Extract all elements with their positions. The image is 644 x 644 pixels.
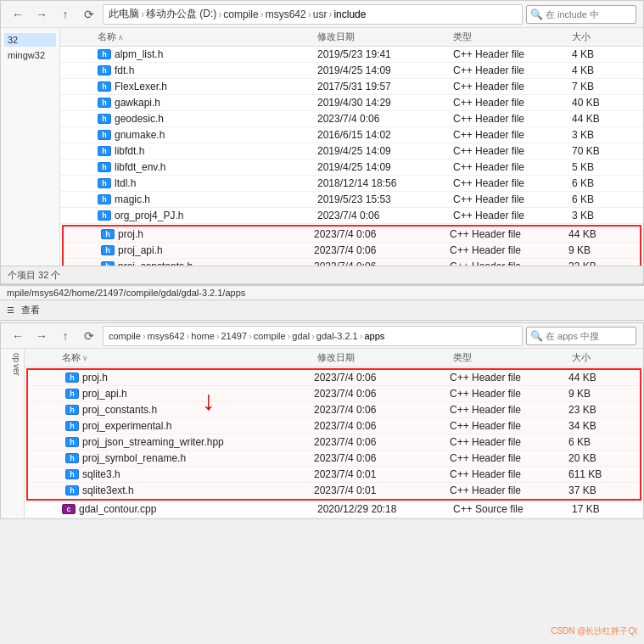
- file-size: 611 KB: [568, 468, 636, 480]
- table-row[interactable]: h ltdl.h 2018/12/14 18:56 C++ Header fil…: [60, 176, 643, 192]
- file-type-icon: h: [65, 469, 79, 479]
- table-row[interactable]: h FlexLexer.h 2017/5/31 19:57 C++ Header…: [60, 79, 643, 95]
- file-size: 4 KB: [572, 64, 640, 76]
- bottom-search-input[interactable]: [546, 331, 630, 341]
- top-sidebar: 32 mingw32: [1, 28, 60, 266]
- bottom-sidebar-item-op[interactable]: op: [3, 352, 22, 363]
- file-type: C++ Header file: [450, 372, 568, 384]
- file-type-icon: h: [65, 389, 79, 399]
- file-type: C++ Header file: [450, 228, 568, 240]
- file-modified: 2023/7/4 0:06: [317, 113, 453, 125]
- bottom-forward-button[interactable]: →: [31, 326, 52, 346]
- table-row[interactable]: h libfdt.h 2019/4/25 14:09 C++ Header fi…: [60, 143, 643, 160]
- file-type: C++ Header file: [453, 48, 572, 60]
- bottom-refresh-button[interactable]: ⟳: [79, 326, 99, 346]
- file-name: proj_constants.h: [82, 404, 157, 416]
- file-name: sqlite3ext.h: [82, 484, 134, 496]
- file-modified: 2023/7/4 0:06: [314, 372, 450, 384]
- table-row[interactable]: h alpm_list.h 2019/5/23 19:41 C++ Header…: [60, 47, 643, 63]
- file-type-icon: h: [65, 421, 79, 431]
- back-button[interactable]: ←: [8, 4, 28, 25]
- file-type: C++ Header file: [450, 468, 568, 480]
- file-modified: 2016/6/15 14:02: [317, 129, 453, 141]
- table-row[interactable]: h magic.h 2019/5/23 15:53 C++ Header fil…: [60, 192, 643, 208]
- col-name[interactable]: 名称 ∧: [98, 31, 317, 43]
- bottom-up-button[interactable]: ↑: [55, 326, 76, 346]
- file-size: 20 KB: [568, 452, 636, 464]
- forward-button[interactable]: →: [31, 4, 52, 25]
- table-row[interactable]: h sqlite3.h 2023/7/4 0:01 C++ Header fil…: [28, 467, 640, 483]
- file-type-icon: h: [98, 130, 111, 140]
- file-name: gdal_contour.cpp: [79, 503, 156, 515]
- file-size: 3 KB: [572, 210, 640, 221]
- col-type: 类型: [453, 31, 572, 43]
- table-row[interactable]: h gawkapi.h 2019/4/30 14:29 C++ Header f…: [60, 95, 643, 111]
- table-row[interactable]: h sqlite3ext.h 2023/7/4 0:01 C++ Header …: [28, 483, 640, 499]
- file-name-cell: h ltdl.h: [98, 177, 317, 189]
- top-toolbar: ← → ↑ ⟳ 此电脑 › 移动办公盘 (D:) › compile › msy…: [1, 1, 643, 28]
- address-bar[interactable]: 此电脑 › 移动办公盘 (D:) › compile › msys642 › u…: [103, 4, 523, 25]
- table-row[interactable]: h libfdt_env.h 2019/4/25 14:09 C++ Heade…: [60, 160, 643, 176]
- bottom-col-name[interactable]: 名称 ∨: [62, 351, 317, 364]
- table-row[interactable]: h proj_json_streaming_writer.hpp 2023/7/…: [28, 434, 640, 451]
- file-type-icon: h: [101, 229, 115, 239]
- table-row[interactable]: c gdal_contour.cpp 2020/12/29 20:18 C++ …: [25, 501, 643, 518]
- bottom-file-header: 名称 ∨ 修改日期 类型 大小: [25, 349, 643, 367]
- file-name-cell: h fdt.h: [98, 64, 317, 76]
- file-modified: 2018/12/14 18:56: [317, 177, 453, 189]
- table-row[interactable]: h geodesic.h 2023/7/4 0:06 C++ Header fi…: [60, 111, 643, 127]
- sidebar-item-32[interactable]: 32: [4, 33, 56, 47]
- file-name: alpm_list.h: [115, 48, 163, 60]
- table-row[interactable]: h proj_constants.h 2023/7/4 0:06 C++ Hea…: [64, 259, 640, 266]
- table-row[interactable]: h gnumake.h 2016/6/15 14:02 C++ Header f…: [60, 127, 643, 143]
- table-row[interactable]: h proj_api.h 2023/7/4 0:06 C++ Header fi…: [28, 386, 640, 402]
- bottom-back-button[interactable]: ←: [8, 326, 28, 346]
- file-type-icon: h: [65, 485, 79, 496]
- file-modified: 2023/7/4 0:06: [314, 420, 450, 432]
- search-input[interactable]: [546, 9, 630, 20]
- file-type-icon: h: [98, 98, 111, 108]
- address-part-3: compile: [223, 8, 258, 20]
- table-row[interactable]: h proj.h 2023/7/4 0:06 C++ Header file 4…: [28, 370, 640, 386]
- file-type-icon: h: [101, 261, 115, 266]
- file-name: gawkapi.h: [115, 97, 160, 109]
- bottom-sidebar-item-ver[interactable]: ver: [3, 363, 22, 377]
- file-type-icon: h: [98, 146, 111, 156]
- path-info-text: mpile/msys642/home/21497/compile/gdal/gd…: [7, 288, 245, 298]
- file-name: geodesic.h: [115, 113, 164, 125]
- refresh-button[interactable]: ⟳: [79, 4, 99, 25]
- bottom-search-box[interactable]: 🔍: [526, 327, 636, 345]
- address-part-4: msys642: [266, 8, 306, 20]
- file-name: libfdt.h: [115, 145, 144, 157]
- file-type: C++ Header file: [450, 484, 568, 496]
- bottom-address-bar[interactable]: compile › msys642 › home › 21497 › compi…: [103, 326, 523, 346]
- file-name-cell: h proj_symbol_rename.h: [65, 452, 314, 464]
- highlighted-group: h proj.h 2023/7/4 0:06 C++ Header file 4…: [26, 368, 641, 501]
- file-name-cell: h proj_experimental.h: [65, 420, 314, 432]
- file-type-icon: h: [65, 437, 79, 447]
- table-row[interactable]: h proj_api.h 2023/7/4 0:06 C++ Header fi…: [64, 243, 640, 259]
- action-label[interactable]: 查看: [21, 304, 40, 316]
- table-row[interactable]: h proj_symbol_rename.h 2023/7/4 0:06 C++…: [28, 451, 640, 467]
- table-row[interactable]: h proj_experimental.h 2023/7/4 0:06 C++ …: [28, 418, 640, 434]
- file-name: proj_json_streaming_writer.hpp: [82, 436, 224, 448]
- file-size: 9 KB: [568, 388, 636, 400]
- table-row[interactable]: h proj.h 2023/7/4 0:06 C++ Header file 4…: [64, 227, 640, 243]
- file-type: C++ Header file: [450, 244, 568, 256]
- sidebar-item-mingw32[interactable]: mingw32: [4, 48, 56, 62]
- table-row[interactable]: h fdt.h 2019/4/25 14:09 C++ Header file …: [60, 63, 643, 79]
- bottom-file-list: 名称 ∨ 修改日期 类型 大小 h proj.h 2023/7/4 0:06 C…: [25, 349, 643, 518]
- up-button[interactable]: ↑: [55, 4, 76, 25]
- file-type: C++ Header file: [453, 177, 572, 189]
- search-box[interactable]: 🔍: [526, 5, 636, 24]
- file-modified: 2023/7/4 0:06: [314, 388, 450, 400]
- table-row[interactable]: h org_proj4_PJ.h 2023/7/4 0:06 C++ Heade…: [60, 208, 643, 224]
- bottom-files-container: h proj.h 2023/7/4 0:06 C++ Header file 4…: [25, 368, 643, 518]
- col-size: 大小: [572, 31, 640, 43]
- bottom-file-pane: op ver 名称 ∨ 修改日期 类型 大小 h proj.h: [1, 349, 643, 518]
- file-modified: 2020/12/29 20:18: [317, 503, 453, 515]
- file-modified: 2019/4/25 14:09: [317, 145, 453, 157]
- status-text: 个项目 32 个: [8, 269, 60, 282]
- table-row[interactable]: c gdalenhance.cpp 2020/12/29 20:18 C++ S…: [25, 518, 643, 518]
- table-row[interactable]: h proj_constants.h 2023/7/4 0:06 C++ Hea…: [28, 402, 640, 418]
